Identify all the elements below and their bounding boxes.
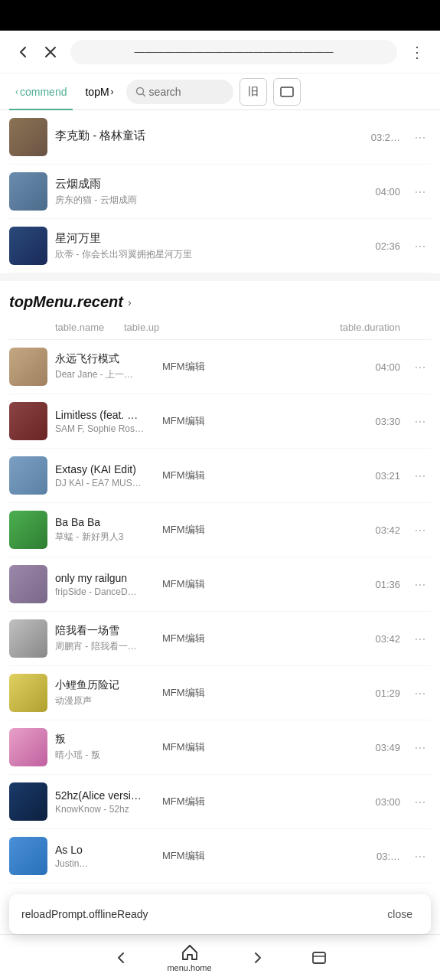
song-uploader: MFM编辑 (162, 360, 375, 374)
song-thumbnail (9, 172, 47, 211)
song-artist: 周鹏宵 - 陪我看一… (55, 640, 162, 653)
recent-chevron-icon[interactable]: › (128, 296, 132, 309)
recent-song-info: 小鲤鱼历险记 动漫原声 (55, 678, 162, 707)
more-button[interactable]: ⋮ (403, 38, 431, 66)
recent-song-info: 陪我看一场雪 周鹏宵 - 陪我看一… (55, 624, 162, 653)
song-more-button[interactable]: ··· (409, 845, 431, 867)
recent-section-title: topMenu.recent (9, 293, 123, 311)
song-uploader: MFM编辑 (162, 523, 375, 537)
song-more-button[interactable]: ··· (409, 465, 431, 486)
song-more-button[interactable]: ··· (409, 235, 431, 256)
song-title: 云烟成雨 (55, 177, 375, 191)
recent-song-item[interactable]: As Lo Justin… MFM编辑 03:… ··· (9, 829, 431, 884)
url-bar[interactable]: ———————————————————— (70, 40, 397, 64)
song-more-button[interactable]: ··· (409, 181, 431, 202)
song-title: As Lo (55, 844, 162, 856)
search-tab[interactable]: search (126, 80, 233, 104)
song-artist: Dear Jane - 上一… (55, 368, 162, 381)
song-title: 叛 (55, 733, 162, 746)
svg-rect-2 (313, 952, 325, 963)
song-thumbnail (9, 456, 47, 495)
recent-song-item[interactable]: Ba Ba Ba 草蜢 - 新好男人3 MFM编辑 03:42 ··· (9, 503, 431, 557)
recent-song-item[interactable]: only my railgun fripSide - DanceD… MFM编辑… (9, 557, 431, 612)
song-uploader: MFM编辑 (162, 632, 375, 645)
recent-song-item[interactable]: 小鲤鱼历险记 动漫原声 MFM编辑 01:29 ··· (9, 666, 431, 720)
song-more-button[interactable]: ··· (409, 628, 431, 649)
song-more-button[interactable]: ··· (409, 519, 431, 541)
recent-section: topMenu.recent › table.name table.up tab… (0, 281, 440, 884)
song-artist: 动漫原声 (55, 694, 162, 707)
th-up: table.up (124, 322, 340, 333)
recent-song-info: Ba Ba Ba 草蜢 - 新好男人3 (55, 516, 162, 544)
song-duration: 03:2… (371, 132, 400, 143)
song-artist: 晴小瑶 - 叛 (55, 749, 162, 762)
back-button[interactable] (9, 38, 37, 66)
song-artist: DJ KAI - EA7 MUS… (55, 478, 162, 488)
song-info: 李克勤 - 格林童话 (55, 129, 371, 145)
song-item[interactable]: 李克勤 - 格林童话 03:2… ··· (9, 110, 431, 165)
recent-song-item[interactable]: Limitless (feat. … SAM F, Sophie Ros… MF… (9, 394, 431, 449)
song-more-button[interactable]: ··· (409, 356, 431, 377)
song-thumbnail (9, 782, 47, 821)
table-header: table.name table.up table.duration (9, 317, 431, 340)
top-songs-section: 李克勤 - 格林童话 03:2… ··· 云烟成雨 房东的猫 - 云烟成雨 04… (0, 110, 440, 273)
recent-song-info: 叛 晴小瑶 - 叛 (55, 733, 162, 762)
screen-icon-button[interactable] (273, 78, 301, 106)
more-icon: ⋮ (409, 43, 425, 61)
song-thumbnail (9, 837, 47, 875)
song-more-button[interactable]: ··· (409, 737, 431, 758)
song-uploader: MFM编辑 (162, 795, 375, 808)
song-duration: 03:42 (375, 633, 400, 645)
song-item[interactable]: 星河万里 欣蒂 - 你会长出羽翼拥抱星河万里 02:36 ··· (9, 219, 431, 273)
song-thumbnail (9, 118, 47, 156)
recent-song-info: only my railgun fripSide - DanceD… (55, 572, 162, 597)
song-title: Ba Ba Ba (55, 516, 162, 528)
song-more-button[interactable]: ··· (409, 682, 431, 704)
recent-song-item[interactable]: Extasy (KAI Edit) DJ KAI - EA7 MUS… MFM编… (9, 449, 431, 503)
section-separator (0, 273, 440, 281)
song-artist: 房东的猫 - 云烟成雨 (55, 194, 375, 207)
recent-song-item[interactable]: 永远飞行模式 Dear Jane - 上一… MFM编辑 04:00 ··· (9, 340, 431, 394)
recent-header: topMenu.recent › (9, 281, 431, 317)
song-thumbnail (9, 728, 47, 766)
tab-topmenu[interactable]: topM › (79, 78, 119, 106)
song-more-button[interactable]: ··· (409, 410, 431, 432)
song-uploader: MFM编辑 (162, 469, 375, 482)
song-duration: 01:36 (375, 579, 400, 590)
chevron-right-icon: › (111, 87, 114, 97)
song-thumbnail (9, 402, 47, 440)
offline-toast-text: reloadPrompt.offlineReady (21, 908, 381, 920)
song-thumbnail (9, 511, 47, 549)
song-title: 永远飞行模式 (55, 352, 162, 366)
close-button[interactable] (37, 38, 64, 66)
song-thumbnail (9, 565, 47, 603)
song-artist: SAM F, Sophie Ros… (55, 423, 162, 434)
song-more-button[interactable]: ··· (409, 126, 431, 148)
nav-tab-button[interactable] (304, 942, 334, 973)
song-duration: 04:00 (375, 361, 400, 373)
home-button[interactable]: menu.home (167, 943, 211, 972)
tab-commend[interactable]: ‹ commend (9, 78, 73, 106)
nav-prev-button[interactable] (106, 942, 136, 973)
home-icon (181, 943, 199, 962)
content-scroll: 李克勤 - 格林童话 03:2… ··· 云烟成雨 房东的猫 - 云烟成雨 04… (0, 110, 440, 980)
song-duration: 02:36 (375, 240, 400, 252)
song-more-button[interactable]: ··· (409, 573, 431, 595)
song-title: 陪我看一场雪 (55, 624, 162, 638)
offline-close-button[interactable]: close (381, 905, 419, 923)
song-thumbnail (9, 619, 47, 658)
old-icon-button[interactable]: 旧 (240, 78, 267, 106)
song-more-button[interactable]: ··· (409, 791, 431, 812)
song-duration: 03:… (376, 851, 400, 862)
nav-next-button[interactable] (243, 942, 273, 973)
song-thumbnail (9, 348, 47, 386)
recent-song-item[interactable]: 52hz(Alice versi… KnowKnow - 52hz MFM编辑 … (9, 775, 431, 829)
recent-song-item[interactable]: 叛 晴小瑶 - 叛 MFM编辑 03:49 ··· (9, 720, 431, 775)
song-item[interactable]: 云烟成雨 房东的猫 - 云烟成雨 04:00 ··· (9, 165, 431, 219)
recent-song-item[interactable]: 陪我看一场雪 周鹏宵 - 陪我看一… MFM编辑 03:42 ··· (9, 612, 431, 666)
song-duration: 03:30 (375, 416, 400, 427)
song-title: Extasy (KAI Edit) (55, 463, 162, 475)
song-duration: 01:29 (375, 688, 400, 699)
screen-icon (280, 87, 294, 97)
bottom-bar: menu.home (0, 934, 440, 980)
